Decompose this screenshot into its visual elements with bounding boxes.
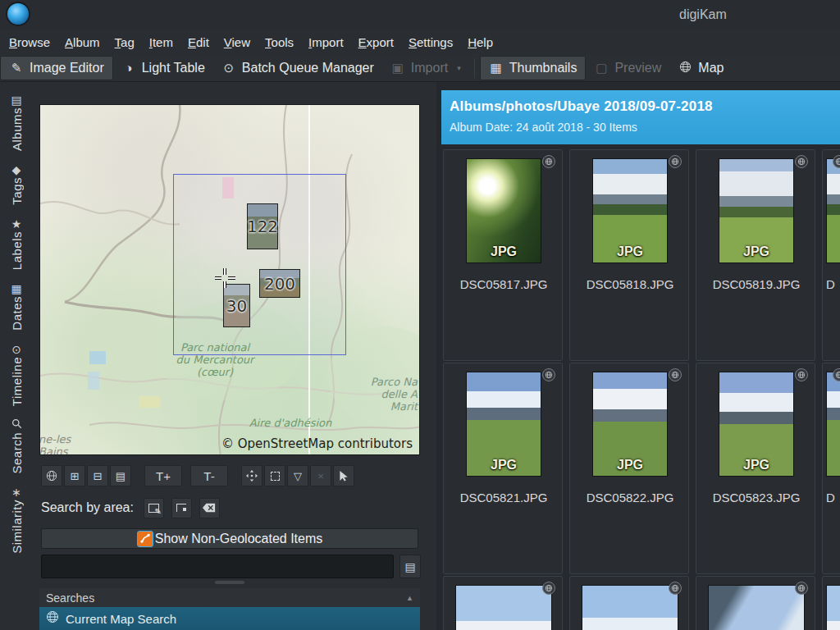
batch-queue-label: Batch Queue Manager: [242, 61, 374, 75]
menu-tools[interactable]: Tools: [258, 32, 301, 52]
albums-icon: ▤: [11, 93, 21, 107]
show-non-geolocated-button[interactable]: Show Non-Geolocated Items: [41, 528, 418, 549]
thumbnail-cell[interactable]: JPG DSC05821.JPG: [443, 363, 563, 574]
light-table-button[interactable]: ◑ Light Table: [113, 56, 213, 80]
filename-label: DSC05818.JPG: [570, 277, 690, 291]
save-search-button[interactable]: ▤: [399, 555, 421, 578]
thumbnail-cell[interactable]: JPG DSC05818.JPG: [569, 149, 689, 361]
image-editor-button[interactable]: ✎ Image Editor: [0, 56, 113, 80]
select-mode-button[interactable]: [333, 465, 354, 486]
map-cluster-marker[interactable]: 200: [259, 269, 300, 298]
album-header-banner: Albums/photos/Ubaye 2018/09-07-2018 Albu…: [441, 90, 840, 144]
menu-album[interactable]: Album: [57, 32, 107, 52]
sidebar-tab-timeline[interactable]: ⊙ Timeline: [10, 336, 24, 412]
menu-help[interactable]: Help: [460, 32, 500, 52]
photo-thumbnail[interactable]: [826, 158, 840, 263]
menu-view[interactable]: View: [217, 32, 258, 52]
backspace-icon: [203, 503, 216, 513]
menu-browse[interactable]: Browse: [2, 32, 57, 52]
photo-thumbnail[interactable]: [708, 585, 805, 630]
thumbnail-cell[interactable]: D: [822, 149, 840, 361]
light-table-label: Light Table: [142, 61, 205, 75]
photo-thumbnail[interactable]: JPG: [466, 158, 541, 263]
map-backend-button[interactable]: [41, 465, 62, 486]
map-place-label-parco: Parco Na delle A Marit: [368, 376, 418, 413]
decrease-thumbnail-size-button[interactable]: T-: [190, 465, 228, 486]
digikam-logo-icon: [7, 3, 29, 25]
select-region-button[interactable]: [171, 498, 192, 518]
menu-edit[interactable]: Edit: [180, 32, 217, 52]
photo-thumbnail[interactable]: [455, 585, 552, 630]
photo-thumbnail[interactable]: [826, 372, 840, 477]
sidebar-tab-similarity[interactable]: ∗ Similarity: [10, 479, 24, 559]
star-icon: ★: [11, 217, 22, 231]
photo-thumbnail[interactable]: JPG: [719, 158, 794, 263]
clear-selection-button[interactable]: [199, 498, 220, 518]
geotag-badge-icon: [669, 582, 682, 595]
map-button[interactable]: Map: [669, 56, 732, 80]
thumbnail-grid: JPG DSC05817.JPG JPG DSC05818.JPG JPG DS…: [443, 149, 840, 630]
photo-thumbnail[interactable]: [582, 585, 678, 630]
photo-thumbnail[interactable]: JPG: [592, 158, 668, 263]
sidebar-tab-label: Albums: [10, 107, 24, 151]
map-cluster-marker[interactable]: 122: [247, 203, 278, 249]
menu-settings[interactable]: Settings: [401, 32, 460, 52]
show-non-geolocated-label: Show Non-Geolocated Items: [155, 532, 323, 546]
searches-section-header[interactable]: Searches ▲: [39, 588, 420, 607]
sidebar-tab-tags[interactable]: ◆ Tags: [10, 157, 24, 211]
sidebar-tab-dates[interactable]: ▦ Dates: [10, 276, 24, 336]
zoom-selection-mode-button[interactable]: [264, 465, 285, 486]
horizontal-splitter-handle[interactable]: [215, 581, 244, 584]
thumbnail-cell[interactable]: [569, 576, 689, 630]
thumbnail-cell[interactable]: D: [822, 363, 840, 574]
format-badge: JPG: [617, 244, 643, 259]
batch-queue-manager-button[interactable]: ⊙ Batch Queue Manager: [213, 56, 382, 80]
sidebar-tab-search[interactable]: Search: [10, 412, 24, 480]
map-search-panel: 122 200 30 Parc national du Mercantour (…: [33, 82, 436, 630]
search-by-area-row: Search by area:: [41, 496, 227, 519]
sidebar-tab-labels[interactable]: ★ Labels: [10, 211, 24, 276]
thumbnail-cell[interactable]: [443, 576, 563, 630]
photo-thumbnail[interactable]: JPG: [466, 372, 541, 477]
thumbnail-cell[interactable]: JPG DSC05817.JPG: [443, 149, 563, 361]
pan-mode-button[interactable]: [241, 465, 262, 486]
filter-button[interactable]: ▽: [287, 465, 308, 486]
filename-label: DSC05817.JPG: [444, 277, 564, 291]
osm-attribution: © OpenStreetMap contributors: [221, 436, 413, 451]
cluster-count: 200: [264, 274, 295, 294]
crosshair-cursor-icon: [214, 267, 235, 292]
zoom-cluster-out-button[interactable]: ⊟: [87, 465, 108, 486]
thumbnail-cell[interactable]: JPG DSC05823.JPG: [696, 363, 815, 574]
thumbnail-cell[interactable]: JPG DSC05822.JPG: [569, 363, 689, 574]
photo-thumbnail[interactable]: JPG: [719, 372, 794, 477]
map-selection-rectangle[interactable]: [173, 174, 346, 355]
sidebar-tab-albums[interactable]: ▤ Albums: [10, 87, 24, 157]
increase-thumbnail-size-button[interactable]: T+: [144, 465, 182, 486]
album-date-subtitle: Album Date: 24 août 2018 - 30 Items: [450, 121, 840, 134]
menu-export[interactable]: Export: [351, 32, 401, 52]
geotag-badge-icon: [669, 155, 682, 168]
select-rectangle-button[interactable]: [144, 498, 164, 518]
thumbnail-cell[interactable]: [696, 576, 815, 630]
geotag-badge-icon: [542, 155, 555, 168]
map-place-label-park: Parc national du Mercantour (cœur): [170, 341, 260, 378]
corner-select-icon: [176, 504, 186, 512]
current-map-search-item[interactable]: Current Map Search: [39, 607, 420, 630]
thumbnail-cell[interactable]: [822, 576, 840, 630]
thumbnail-cell[interactable]: JPG DSC05819.JPG: [696, 149, 815, 361]
search-name-input[interactable]: [41, 555, 394, 578]
menu-item[interactable]: Item: [142, 32, 180, 52]
map-place-label-aire: Aire d'adhésion: [245, 417, 336, 429]
sidebar-tab-label: Dates: [10, 296, 24, 331]
import-button: ▣ Import ▾: [382, 56, 469, 80]
menu-import[interactable]: Import: [301, 32, 351, 52]
menu-tag[interactable]: Tag: [107, 32, 142, 52]
map-widget[interactable]: 122 200 30 Parc national du Mercantour (…: [39, 104, 420, 455]
photo-thumbnail[interactable]: [826, 585, 840, 630]
photo-thumbnail[interactable]: JPG: [592, 372, 668, 477]
thumbnails-button[interactable]: ▦ Thumbnails: [480, 56, 587, 80]
show-thumbnails-toggle-button[interactable]: ▤: [110, 465, 131, 486]
album-view-panel: Albums/photos/Ubaye 2018/09-07-2018 Albu…: [441, 82, 840, 630]
zoom-cluster-in-button[interactable]: ⊞: [64, 465, 85, 486]
filename-label: D: [826, 277, 840, 291]
